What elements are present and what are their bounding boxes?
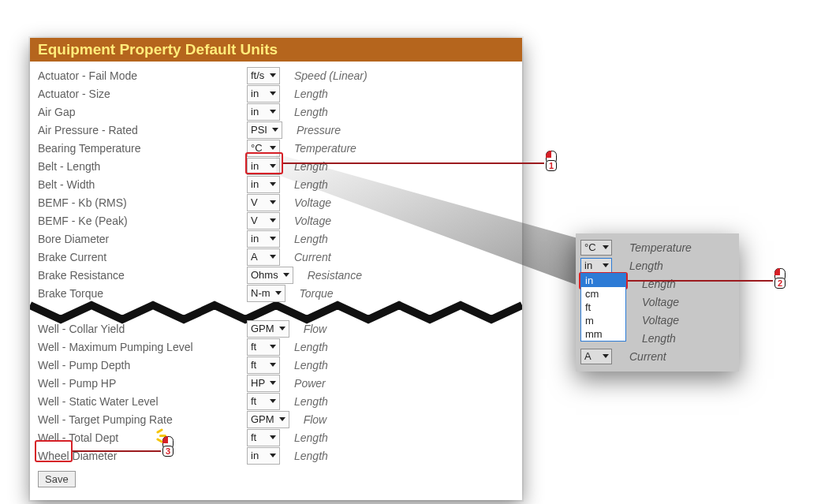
chevron-down-icon: [603, 245, 609, 249]
row-well-collar-yield: Well - Collar Yield GPM Flow: [30, 319, 522, 338]
property-label: Belt - Length: [38, 160, 247, 173]
unit-select[interactable]: A: [247, 248, 280, 266]
unit-value: in: [251, 106, 259, 118]
unit-select[interactable]: A: [580, 349, 612, 364]
chevron-down-icon: [270, 146, 276, 150]
unit-select[interactable]: in: [247, 447, 280, 465]
dropdown-option-ft[interactable]: ft: [581, 301, 625, 314]
unit-category: Length: [294, 395, 328, 408]
chevron-down-icon: [270, 435, 276, 439]
unit-select[interactable]: ft: [247, 429, 280, 446]
unit-select[interactable]: HP: [247, 375, 280, 392]
property-label: Well - Total Dept: [38, 431, 247, 444]
row-brake-torque: Brake Torque N-m Torque: [30, 284, 522, 302]
zoom-row: A Current: [580, 347, 734, 365]
unit-select[interactable]: ft: [247, 393, 280, 410]
chevron-down-icon: [270, 164, 276, 168]
property-label: Wheel Diameter: [38, 450, 247, 462]
unit-category: Speed (Linear): [294, 69, 368, 82]
property-label: Bore Diameter: [38, 233, 247, 245]
unit-select[interactable]: GPM: [247, 320, 289, 338]
panel-header: Equipment Property Default Units: [30, 38, 522, 62]
unit-value: V: [251, 215, 258, 226]
property-label: Actuator - Fail Mode: [38, 69, 247, 82]
unit-select[interactable]: PSI: [247, 121, 282, 139]
dropdown-option-mm[interactable]: mm: [581, 327, 625, 341]
dropdown-option-in[interactable]: in: [581, 274, 625, 287]
unit-select[interactable]: in: [247, 230, 280, 248]
unit-value: PSI: [251, 124, 267, 136]
rows-top: Actuator - Fail Mode ft/s Speed (Linear)…: [30, 62, 522, 302]
unit-value: GPM: [251, 323, 274, 334]
property-label: Belt - Width: [38, 178, 247, 191]
unit-select[interactable]: ft/s: [247, 67, 280, 84]
zoom-row: °C Temperature: [580, 238, 734, 256]
chevron-down-icon: [270, 381, 276, 385]
unit-value: in: [251, 88, 259, 99]
unit-select[interactable]: N-m: [247, 285, 285, 302]
unit-category: Temperature: [294, 142, 356, 155]
row-air-pressure-rated: Air Pressure - Rated PSI Pressure: [30, 121, 522, 139]
unit-select[interactable]: in: [247, 85, 280, 103]
step-number: 2: [774, 278, 786, 289]
row-belt-length: Belt - Length in Length: [30, 157, 522, 175]
unit-category: Length: [294, 178, 328, 191]
unit-category: Length: [294, 233, 328, 245]
unit-category: Length: [629, 259, 663, 272]
unit-value: ft/s: [251, 69, 264, 81]
dropdown-option-cm[interactable]: cm: [581, 287, 625, 301]
chevron-down-icon: [270, 91, 276, 95]
property-label: Well - Target Pumping Rate: [38, 413, 247, 426]
unit-category: Current: [294, 251, 331, 263]
unit-value: HP: [251, 377, 265, 389]
chevron-down-icon: [270, 73, 276, 77]
row-brake-resistance: Brake Resistance Ohms Resistance: [30, 266, 522, 284]
unit-select-expanded[interactable]: in: [580, 258, 612, 274]
chevron-down-icon: [270, 237, 276, 241]
unit-category: Length: [294, 160, 328, 173]
unit-select[interactable]: V: [247, 212, 280, 230]
unit-select[interactable]: GPM: [247, 411, 289, 428]
unit-select[interactable]: ft: [247, 357, 280, 374]
save-button[interactable]: Save: [38, 471, 76, 487]
unit-category: Length: [294, 88, 328, 100]
unit-value: A: [251, 251, 258, 263]
unit-select[interactable]: Ohms: [247, 267, 293, 284]
property-label: Well - Static Water Level: [38, 395, 247, 408]
row-well-pump-depth: Well - Pump Depth ft Length: [30, 356, 522, 374]
row-well-max-pumping: Well - Maximum Pumping Level ft Length: [30, 338, 522, 356]
panel-title: Equipment Property Default Units: [38, 41, 278, 58]
dropdown-option-m[interactable]: m: [581, 314, 625, 327]
unit-category: Pressure: [297, 124, 341, 136]
unit-select[interactable]: V: [247, 194, 280, 211]
unit-select-belt-length[interactable]: in: [247, 158, 280, 175]
row-bemf-kb: BEMF - Kb (RMS) V Voltage: [30, 193, 522, 211]
callout-step1: 1: [544, 149, 558, 166]
chevron-down-icon: [283, 273, 289, 277]
unit-dropdown-open[interactable]: in cm ft m mm: [580, 273, 626, 342]
callout-step2: 2: [773, 267, 787, 283]
property-label: Brake Resistance: [38, 269, 247, 282]
zoom-panel: °C Temperature in Length Length Voltage …: [576, 233, 739, 371]
row-belt-width: Belt - Width in Length: [30, 175, 522, 193]
unit-select[interactable]: °C: [247, 140, 280, 157]
unit-value: GPM: [251, 413, 274, 425]
property-label: Bearing Temperature: [38, 142, 247, 155]
unit-select[interactable]: in: [247, 103, 280, 121]
unit-select[interactable]: °C: [580, 240, 612, 256]
property-label: Well - Pump Depth: [38, 359, 247, 371]
unit-category: Voltage: [294, 215, 331, 227]
unit-category: Length: [294, 106, 328, 118]
unit-select[interactable]: ft: [247, 338, 280, 356]
unit-value: in: [251, 160, 259, 172]
chevron-down-icon: [270, 345, 276, 349]
unit-category: Current: [629, 350, 666, 363]
unit-category: Power: [294, 377, 326, 390]
property-label: Well - Collar Yield: [38, 323, 247, 335]
chevron-down-icon: [270, 200, 276, 204]
unit-value: in: [251, 178, 259, 190]
row-bearing-temperature: Bearing Temperature °C Temperature: [30, 139, 522, 157]
unit-select[interactable]: in: [247, 176, 280, 193]
unit-value: in: [251, 450, 259, 461]
property-label: Brake Torque: [38, 287, 247, 300]
